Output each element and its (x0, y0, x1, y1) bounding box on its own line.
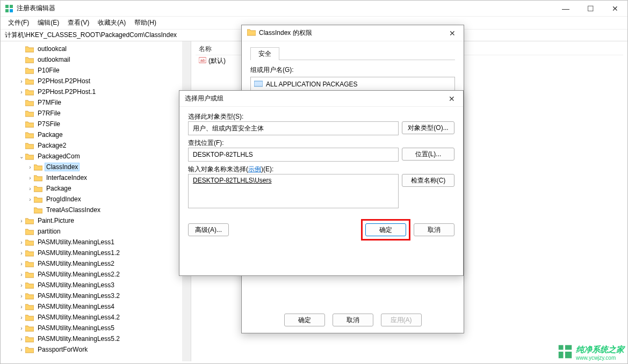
tree-item-label: Package (45, 184, 73, 193)
chevron-right-icon[interactable]: › (18, 315, 25, 321)
object-name-label: 输入对象名称来选择(示例)(E): (188, 165, 454, 174)
chevron-right-icon[interactable]: › (18, 261, 25, 267)
tree-item-label: P2PHost.P2PHost (36, 77, 92, 85)
perm-apply-button[interactable]: 应用(A) (381, 314, 422, 326)
chevron-right-icon[interactable]: › (18, 89, 25, 95)
tree-item-label: PASMUtility.MeaningLess2.2 (36, 270, 121, 279)
tree-item[interactable]: ›Package (1, 183, 191, 194)
registry-tree[interactable]: outlookcaloutlookmailP10File›P2PHost.P2P… (1, 43, 191, 355)
object-type-label: 选择此对象类型(S): (188, 112, 454, 121)
tree-item[interactable]: TreatAsClassIndex (1, 205, 191, 215)
tree-item-label: PackagedCom (36, 152, 82, 161)
chevron-right-icon[interactable]: › (26, 186, 34, 192)
chevron-right-icon[interactable]: › (18, 272, 25, 278)
tree-item[interactable]: partition (1, 226, 191, 237)
chevron-right-icon[interactable]: › (18, 325, 25, 331)
tree-item[interactable]: ›PASMUtility.MeaningLess1 (1, 237, 191, 247)
locations-button[interactable]: 位置(L)... (402, 148, 454, 161)
tree-item[interactable]: ›PASMUtility.MeaningLess2 (1, 258, 191, 269)
tree-item[interactable]: ›PassportForWork (1, 344, 191, 355)
folder-icon (25, 110, 34, 117)
minimize-button[interactable]: — (553, 1, 578, 17)
advanced-button[interactable]: 高级(A)... (188, 223, 229, 236)
perm-dialog-close-button[interactable]: ✕ (444, 27, 460, 39)
select-dialog-close-button[interactable]: ✕ (444, 93, 460, 105)
tree-item[interactable]: Package2 (1, 140, 191, 151)
folder-icon (25, 260, 34, 267)
menu-view[interactable]: 查看(V) (63, 17, 93, 28)
folder-icon (25, 228, 34, 235)
chevron-right-icon[interactable]: › (18, 336, 25, 342)
folder-icon (34, 163, 42, 171)
chevron-right-icon[interactable]: › (18, 282, 25, 288)
tree-item[interactable]: ›PASMUtility.MeaningLess4 (1, 301, 191, 312)
tree-item-label: Package2 (36, 141, 68, 150)
tree-item-label: Package (36, 130, 64, 139)
tree-item-label: PASMUtility.MeaningLess4.2 (36, 313, 121, 322)
menu-favorites[interactable]: 收藏夹(A) (93, 17, 130, 28)
chevron-right-icon[interactable]: › (18, 250, 25, 256)
location-label: 查找位置(F): (188, 139, 454, 148)
tree-item[interactable]: ›ProgIdIndex (1, 194, 191, 205)
tree-item[interactable]: ›Paint.Picture (1, 215, 191, 226)
tree-item[interactable]: outlookmail (1, 54, 191, 65)
tree-item[interactable]: P7SFile (1, 119, 191, 129)
menu-file[interactable]: 文件(F) (4, 17, 33, 28)
tree-item-label: P7RFile (36, 109, 62, 118)
tree-item[interactable]: ›P2PHost.P2PHost.1 (1, 86, 191, 97)
tree-item[interactable]: P10File (1, 65, 191, 76)
tree-item[interactable]: ›InterfaceIndex (1, 172, 191, 183)
tree-item[interactable]: ›PASMUtility.MeaningLess4.2 (1, 312, 191, 323)
svg-rect-2 (5, 9, 9, 12)
group-listbox[interactable]: ALL APPLICATION PACKAGES (250, 77, 455, 92)
menu-help[interactable]: 帮助(H) (130, 17, 161, 28)
tree-item[interactable]: ›P2PHost.P2PHost (1, 76, 191, 86)
chevron-right-icon[interactable]: › (18, 78, 25, 84)
svg-rect-9 (559, 352, 564, 358)
object-name-input[interactable]: DESKTOP-82TLHLS\Users (188, 174, 399, 208)
close-button[interactable]: ✕ (603, 1, 627, 17)
chevron-right-icon[interactable]: › (26, 196, 34, 202)
tree-item[interactable]: P7RFile (1, 108, 191, 119)
window-title: 注册表编辑器 (17, 4, 55, 13)
chevron-right-icon[interactable]: › (26, 175, 34, 181)
tree-item[interactable]: ›PASMUtility.MeaningLess1.2 (1, 247, 191, 258)
tree-item[interactable]: ›PASMUtility.MeaningLess5.2 (1, 333, 191, 344)
tree-item[interactable]: Package (1, 129, 191, 140)
svg-rect-1 (10, 5, 13, 8)
folder-icon (25, 88, 34, 96)
maximize-button[interactable]: ☐ (578, 1, 603, 17)
chevron-down-icon[interactable]: ⌄ (18, 154, 25, 159)
tree-item[interactable]: ›ClassIndex (1, 162, 191, 172)
tree-item-label: outlookmail (36, 55, 72, 64)
chevron-right-icon[interactable]: › (18, 293, 25, 299)
tree-item[interactable]: ⌄PackagedCom (1, 151, 191, 162)
tab-security[interactable]: 安全 (250, 47, 279, 60)
chevron-right-icon[interactable]: › (18, 304, 25, 310)
object-types-button[interactable]: 对象类型(O)... (402, 121, 454, 134)
tree-item[interactable]: ›PASMUtility.MeaningLess5 (1, 323, 191, 333)
perm-cancel-button[interactable]: 取消 (333, 314, 373, 326)
tree-item[interactable]: ›PASMUtility.MeaningLess3.2 (1, 290, 191, 301)
tree-item-label: PassportForWork (36, 345, 89, 354)
tree-item-label: partition (36, 227, 62, 236)
examples-link[interactable]: 示例 (248, 165, 261, 173)
chevron-right-icon[interactable]: › (26, 164, 34, 170)
folder-icon (25, 249, 34, 257)
tree-item[interactable]: ›PASMUtility.MeaningLess2.2 (1, 269, 191, 280)
svg-rect-6 (254, 81, 263, 86)
tree-item[interactable]: ›PASMUtility.MeaningLess3 (1, 280, 191, 290)
chevron-right-icon[interactable]: › (18, 218, 25, 224)
perm-ok-button[interactable]: 确定 (284, 314, 325, 326)
chevron-right-icon[interactable]: › (18, 347, 25, 353)
tree-item[interactable]: P7MFile (1, 97, 191, 108)
folder-icon (34, 174, 42, 181)
menu-edit[interactable]: 编辑(E) (33, 17, 63, 28)
check-names-button[interactable]: 检查名称(C) (402, 174, 454, 187)
tree-item-label: ClassIndex (45, 163, 80, 171)
chevron-right-icon[interactable]: › (18, 239, 25, 245)
folder-icon (25, 99, 34, 106)
tree-item[interactable]: outlookcal (1, 43, 191, 54)
select-cancel-button[interactable]: 取消 (414, 223, 454, 236)
tree-item-label: PASMUtility.MeaningLess5.2 (36, 334, 121, 343)
